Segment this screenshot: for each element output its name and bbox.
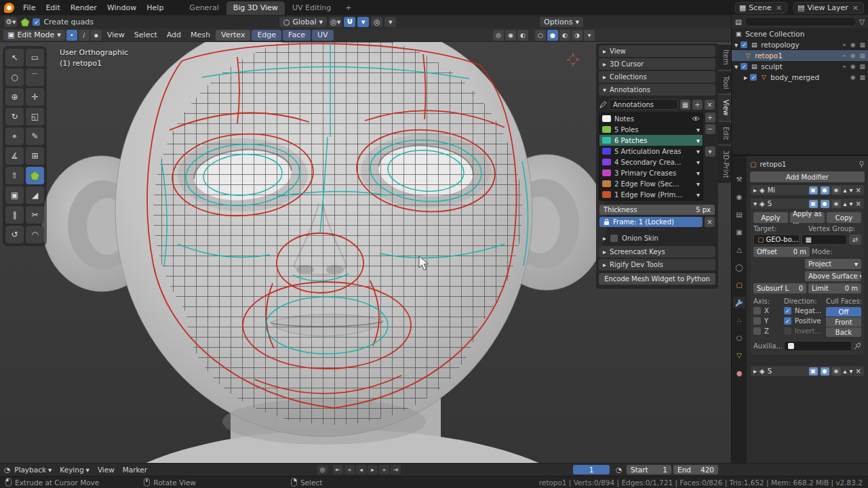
chevron-right-icon[interactable]: ▸ — [753, 367, 757, 375]
frame-start-field[interactable]: Start 1 — [627, 465, 671, 474]
mode-dropdown[interactable]: Project ▾ — [805, 259, 861, 269]
fake-user-button[interactable]: ▦ — [680, 100, 690, 110]
filter-icon[interactable]: ▽ — [859, 18, 865, 26]
vertex-button[interactable]: Vertex — [216, 30, 250, 41]
tab-tool-props[interactable]: ⚒ — [733, 174, 745, 185]
modifier-name[interactable]: S — [768, 367, 772, 375]
tool-loop-cut[interactable]: ∥ — [5, 206, 24, 224]
modifier-subsurf-header[interactable]: ▸ ◈ S ▣ ● ◉ ▴ ▾ × — [750, 365, 865, 377]
play-button[interactable]: ▸ — [368, 465, 378, 474]
subsurf-levels-field[interactable]: Subsurf L 0 — [753, 283, 806, 293]
menu-view[interactable]: View — [103, 29, 129, 41]
collection-checkbox[interactable]: ✓ — [741, 41, 747, 48]
tool-add-cube[interactable]: ⊞ — [26, 147, 44, 165]
chevron-down-icon[interactable]: ▾ — [734, 41, 738, 49]
chevron-down-icon[interactable]: ▾ — [696, 137, 700, 144]
tool-bevel[interactable]: ◢ — [26, 186, 44, 204]
options-dropdown[interactable]: Options ▾ — [540, 17, 583, 27]
editmode-display-toggle[interactable]: ▣ — [809, 186, 818, 195]
remove-layer-button[interactable]: − — [705, 124, 715, 134]
workspace-tab-big-3d-view[interactable]: Big 3D View — [226, 1, 285, 15]
menu-window[interactable]: Window — [102, 2, 141, 14]
chevron-down-icon[interactable]: ▾ — [696, 169, 700, 177]
menu-marker[interactable]: Marker — [119, 466, 151, 474]
render-toggle-icon[interactable]: ▦ — [859, 41, 865, 49]
tool-rotate[interactable]: ↻ — [5, 108, 24, 125]
snap-toggle[interactable] — [344, 17, 355, 27]
frame-end-field[interactable]: End 420 — [673, 465, 718, 474]
move-down-icon[interactable]: ▾ — [850, 200, 853, 207]
tool-select-circle[interactable]: ○ — [5, 68, 24, 86]
realtime-display-toggle[interactable]: ● — [821, 186, 829, 195]
hide-toggle-icon[interactable]: ◉ — [850, 41, 856, 49]
tool-tweak[interactable]: ↖ — [5, 49, 24, 66]
tool-move[interactable]: ✛ — [26, 88, 44, 106]
copy-button[interactable]: Copy — [827, 212, 861, 223]
move-down-icon[interactable]: ▾ — [850, 186, 853, 194]
tool-spin[interactable]: ↺ — [5, 226, 24, 243]
frame-clear-button[interactable]: × — [705, 217, 715, 227]
scene-selector[interactable]: ▦ Scene × — [735, 2, 787, 14]
auto-keying-button[interactable]: ◎ — [317, 465, 328, 474]
move-up-icon[interactable]: ▴ — [844, 186, 847, 194]
panel-view[interactable]: ▸ View — [599, 45, 715, 57]
layer-row-secondary-creases[interactable]: 4 Secondary Crea... ▾ — [599, 157, 703, 167]
invert-cull-checkbox[interactable]: Invert... — [784, 327, 824, 335]
modifier-name[interactable]: S — [768, 200, 772, 207]
auxiliary-target-field[interactable] — [784, 341, 852, 351]
cull-off-button[interactable]: Off — [826, 307, 861, 317]
tool-select-box[interactable]: ▭ — [26, 49, 44, 66]
tab-view[interactable]: View — [718, 95, 731, 121]
current-frame-field[interactable]: 1 — [573, 465, 610, 474]
row-object-body-merged[interactable]: ▸ ✓ ▽ body_merged ◉ ▦ — [732, 72, 868, 83]
menu-edit[interactable]: Edit — [41, 2, 64, 14]
gizmo-dropdown[interactable]: ◎ — [493, 30, 504, 41]
panel-collections[interactable]: ▸ Collections — [599, 71, 715, 83]
unlink-scene-button[interactable]: × — [774, 3, 783, 12]
overlays-dropdown[interactable]: ◉ — [505, 30, 516, 41]
row-collection-retopology[interactable]: ▾ ✓ ▤ retopology ⌖ ◉ ▦ — [732, 39, 868, 50]
render-toggle-icon[interactable]: ▦ — [859, 63, 865, 70]
target-object-field[interactable]: ▢ GEO-bo... × — [753, 235, 800, 245]
move-up-icon[interactable]: ▴ — [844, 200, 847, 207]
menu-playback[interactable]: Playback ▾ — [10, 466, 56, 474]
tool-inset-faces[interactable]: ▣ — [5, 186, 24, 204]
outliner-search-input[interactable] — [745, 17, 856, 26]
proportional-falloff-dropdown[interactable]: ▾ — [384, 17, 396, 27]
onion-skin-checkbox[interactable] — [610, 235, 618, 242]
chevron-right-icon[interactable]: ▸ — [753, 186, 757, 194]
modifier-mirror-header[interactable]: ▸ ◈ Mi ▣ ● ◉ ▴ ▾ × — [750, 184, 865, 196]
cull-front-button[interactable]: Front — [826, 317, 861, 327]
tool-smooth[interactable]: ◠ — [26, 226, 44, 243]
workspace-tab-uv-editing[interactable]: UV Editing — [285, 1, 338, 15]
use-preview-range-icon[interactable]: ◔ — [616, 466, 622, 474]
tab-item[interactable]: Item — [718, 45, 731, 70]
selectable-toggle-icon[interactable]: ⌖ — [843, 41, 846, 49]
modifier-shrinkwrap-header[interactable]: ▾ ◈ S ▣ ● ◉ ▴ ▾ × — [750, 198, 865, 209]
layer-row-patches[interactable]: 6 Patches ▾ — [599, 135, 703, 146]
tab-scene-props[interactable]: △ — [733, 244, 745, 256]
layer-row-primary-creases[interactable]: 3 Primary Creases ▾ — [599, 167, 703, 178]
snap-pivot-dropdown[interactable]: ◎ ▾ — [329, 17, 342, 27]
tool-knife[interactable]: ✂ — [26, 206, 44, 224]
tab-view-layer-props[interactable]: ▣ — [733, 226, 745, 238]
unlink-data-button[interactable]: × — [705, 100, 715, 110]
jump-to-start-button[interactable]: ⇤ — [333, 465, 343, 474]
panel-annotations[interactable]: ▾ Annotations — [599, 84, 715, 96]
move-up-icon[interactable]: ▴ — [844, 367, 847, 375]
add-modifier-dropdown[interactable]: Add Modifier — [750, 171, 865, 182]
tab-edit[interactable]: Edit — [718, 122, 731, 144]
layer-color-swatch[interactable] — [602, 115, 611, 122]
tool-extrude-region[interactable]: ⇧ — [5, 167, 24, 184]
tool-settings-dropdown[interactable]: ⚙ ▾ — [4, 17, 17, 27]
tool-scale[interactable]: ◱ — [26, 108, 44, 125]
face-button[interactable]: Face — [283, 30, 311, 41]
axis-y-checkbox[interactable]: Y — [753, 317, 782, 325]
snap-settings-dropdown[interactable]: ▾ — [357, 17, 369, 27]
layer-color-swatch[interactable] — [602, 148, 611, 155]
menu-select[interactable]: Select — [130, 29, 161, 41]
tool-transform[interactable]: ⌖ — [5, 127, 24, 145]
shading-dropdown[interactable]: ▾ — [584, 30, 595, 41]
limit-field[interactable]: Limit 0 m — [808, 283, 861, 293]
workspace-tab-general[interactable]: General — [182, 1, 225, 15]
